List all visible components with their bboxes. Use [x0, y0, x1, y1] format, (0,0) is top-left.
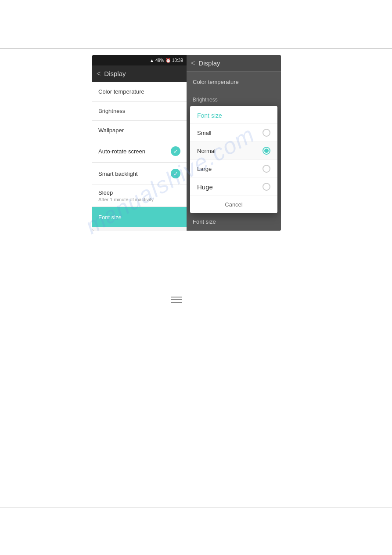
dialog-option-small[interactable]: Small [190, 124, 277, 142]
alarm-icon: ⏰ [165, 58, 171, 63]
large-radio[interactable] [263, 165, 270, 173]
dialog-title: Font size [190, 106, 277, 124]
sleep-main-label: Sleep [98, 189, 180, 196]
color-temp-label: Color temperature [98, 88, 144, 95]
settings-item-font-size-active[interactable]: Font size [92, 207, 187, 227]
small-option-label: Small [197, 130, 212, 136]
large-option-label: Large [197, 166, 212, 172]
phone-left: ▲ 49% ⏰ 10:39 < Display Color temperatur… [92, 55, 187, 231]
hamburger-line-3 [171, 302, 182, 303]
font-size-dialog: Font size Small Normal Large [190, 106, 277, 213]
auto-rotate-label: Auto-rotate screen [98, 148, 145, 155]
dialog-option-huge[interactable]: Huge [190, 178, 277, 196]
right-back-button[interactable]: < [191, 59, 195, 67]
status-bar: ▲ 49% ⏰ 10:39 [92, 55, 187, 65]
sleep-sub-label: After 1 minute of inactivity [98, 197, 180, 202]
smart-backlight-label: Smart backlight [98, 170, 138, 177]
hamburger-line-1 [171, 297, 182, 297]
wallpaper-label: Wallpaper [98, 127, 124, 134]
dialog-cancel-button[interactable]: Cancel [190, 196, 277, 213]
right-color-temp-label: Color temperature [193, 79, 239, 85]
right-color-temp-item[interactable]: Color temperature [187, 72, 281, 92]
settings-item-wallpaper[interactable]: Wallpaper [92, 121, 187, 140]
phones-container: ▲ 49% ⏰ 10:39 < Display Color temperatur… [92, 55, 281, 231]
right-content: Color temperature Brightness Font size S… [187, 72, 281, 231]
left-nav-title: Display [104, 70, 126, 77]
top-rule [0, 48, 392, 49]
battery-percent: 49% [155, 58, 164, 63]
phone-right: < Display Color temperature Brightness F… [187, 55, 281, 231]
left-settings-list: Color temperature Brightness Wallpaper A… [92, 82, 187, 231]
huge-option-label: Huge [197, 183, 213, 191]
signal-icon: ▲ [150, 58, 154, 63]
brightness-label: Brightness [98, 108, 125, 114]
smart-backlight-check: ✓ [171, 169, 180, 178]
normal-radio[interactable] [263, 147, 270, 155]
huge-radio[interactable] [263, 183, 270, 191]
status-icons: ▲ 49% ⏰ 10:39 [150, 58, 183, 63]
settings-item-brightness[interactable]: Brightness [92, 102, 187, 121]
left-nav-bar: < Display [92, 65, 187, 82]
normal-option-label: Normal [197, 148, 216, 154]
page-wrapper: ▲ 49% ⏰ 10:39 < Display Color temperatur… [0, 0, 392, 555]
font-size-active-label: Font size [98, 214, 122, 221]
dialog-option-large[interactable]: Large [190, 160, 277, 178]
right-font-size-label: Font size [187, 213, 281, 231]
settings-item-smart-backlight[interactable]: Smart backlight ✓ [92, 163, 187, 185]
bottom-rule [0, 508, 392, 508]
auto-rotate-check: ✓ [171, 146, 180, 156]
dialog-option-normal[interactable]: Normal [190, 142, 277, 160]
small-radio[interactable] [263, 129, 270, 137]
settings-item-auto-rotate[interactable]: Auto-rotate screen ✓ [92, 140, 187, 163]
status-time: 10:39 [172, 58, 183, 63]
right-nav-bar: < Display [187, 55, 281, 72]
dialog-overlay: Font size Small Normal Large [190, 106, 277, 213]
settings-item-sleep[interactable]: Sleep After 1 minute of inactivity [92, 185, 187, 207]
left-back-button[interactable]: < [97, 70, 101, 78]
hamburger-line-2 [171, 299, 182, 300]
hamburger-icon [171, 297, 182, 303]
settings-item-color-temp[interactable]: Color temperature [92, 82, 187, 102]
right-nav-title: Display [198, 59, 220, 67]
right-brightness-label: Brightness [187, 92, 281, 105]
